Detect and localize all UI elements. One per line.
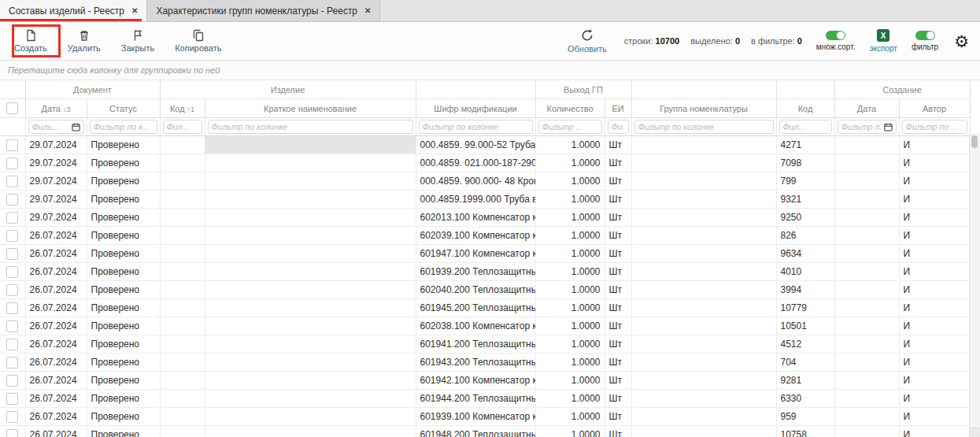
cell-author: И xyxy=(899,426,970,437)
table-row[interactable]: 29.07.2024Проверено000.4859. 021.000-187… xyxy=(0,154,970,172)
row-checkbox[interactable] xyxy=(6,248,18,260)
column-group-header[interactable] xyxy=(776,80,834,99)
table-row[interactable]: 26.07.2024Проверено602039.100 Компенсато… xyxy=(0,227,970,245)
toggle-on-icon[interactable] xyxy=(915,31,935,40)
close-register-button[interactable]: Закрыть xyxy=(121,29,154,53)
tab-sostavy-izdeliy[interactable]: Составы изделий - Реестр ✕ xyxy=(0,0,147,21)
table-row[interactable]: 26.07.2024Проверено601941.200 Теплозащит… xyxy=(0,335,970,354)
table-row[interactable]: 26.07.2024Проверено601943.200 Теплозащит… xyxy=(0,354,970,372)
cell-nom_group xyxy=(631,136,776,154)
row-checkbox[interactable] xyxy=(6,194,18,206)
column-group-header[interactable]: Выход ГП xyxy=(535,80,631,99)
create-button[interactable]: Создать xyxy=(14,29,47,53)
column-group-header[interactable] xyxy=(416,80,535,99)
table-row[interactable]: 29.07.2024Проверено000.4859.1999.000 Тру… xyxy=(0,191,970,209)
column-header-mod_cipher[interactable]: Шифр модификации xyxy=(416,99,535,118)
column-header-doc_date[interactable]: Дата↓3 xyxy=(25,99,87,118)
group-by-drop-zone[interactable]: Перетащите сюда колонку для группировки … xyxy=(0,61,980,80)
close-icon[interactable]: ✕ xyxy=(131,6,138,15)
tab-kharakteristiki-grupp[interactable]: Характеристики групп номенклатуры - Реес… xyxy=(147,0,380,21)
table-row[interactable]: 26.07.2024Проверено601942.100 Компенсато… xyxy=(0,372,970,390)
row-checkbox[interactable] xyxy=(6,375,18,387)
row-checkbox[interactable] xyxy=(6,357,18,368)
cell-item_code xyxy=(160,136,205,154)
column-group-header[interactable]: Изделие xyxy=(160,80,416,99)
filter-toggle[interactable]: фильтр xyxy=(912,31,938,51)
data-table: ДокументИзделиеВыход ГПСоздание Дата↓3Ст… xyxy=(0,80,971,437)
row-checkbox[interactable] xyxy=(6,212,18,224)
filter-input-status[interactable]: Фильтр по к... xyxy=(90,120,157,134)
cell-code: 4271 xyxy=(776,136,834,154)
calendar-icon[interactable] xyxy=(72,123,80,131)
select-all-checkbox[interactable] xyxy=(6,102,18,114)
multisort-toggle[interactable]: множ.сорт. xyxy=(816,31,856,51)
table-row[interactable]: 26.07.2024Проверено601948.200 Теплозащит… xyxy=(0,426,970,437)
table-row[interactable]: 26.07.2024Проверено601947.100 Компенсато… xyxy=(0,245,970,263)
column-group-header[interactable]: Документ xyxy=(25,80,160,99)
filter-cell-mod_cipher: Фильтр по колонке xyxy=(416,118,535,136)
column-header-nom_group[interactable]: Группа номенклатуры xyxy=(631,99,776,118)
row-checkbox[interactable] xyxy=(6,176,18,187)
cell-qty: 1.0000 xyxy=(535,227,605,245)
scrollbar-thumb[interactable] xyxy=(971,135,978,148)
row-checkbox[interactable] xyxy=(6,139,18,151)
table-row[interactable]: 29.07.2024Проверено000.4859. 900.000- 48… xyxy=(0,172,970,191)
row-checkbox[interactable] xyxy=(6,429,18,437)
table-row[interactable]: 26.07.2024Проверено602040.200 Теплозащит… xyxy=(0,281,970,299)
row-checkbox[interactable] xyxy=(6,320,18,332)
cell-qty: 1.0000 xyxy=(535,372,605,390)
cell-doc_date: 29.07.2024 xyxy=(25,209,87,227)
copy-button[interactable]: Копировать xyxy=(175,29,221,53)
filter-input-code[interactable]: Фил... xyxy=(779,120,832,134)
column-header-status[interactable]: Статус xyxy=(87,99,160,118)
table-row[interactable]: 29.07.2024Проверено000.4859. 99.000-52 Т… xyxy=(0,136,970,154)
filter-input-item_name[interactable]: Фильтр по колонке xyxy=(208,120,413,134)
excel-icon[interactable]: X xyxy=(877,29,889,42)
column-header-created_date[interactable]: Дата xyxy=(834,99,899,118)
column-group-header[interactable] xyxy=(631,80,776,99)
row-checkbox[interactable] xyxy=(6,302,18,314)
row-checkbox[interactable] xyxy=(6,266,18,278)
column-header-code[interactable]: Код xyxy=(776,99,834,118)
cell-item_code xyxy=(160,172,205,191)
column-header-unit[interactable]: ЕИ xyxy=(605,99,631,118)
cell-code: 10501 xyxy=(776,317,834,335)
cell-mod_cipher: 000.4859. 900.000- 48 Крон xyxy=(416,172,535,191)
cell-status: Проверено xyxy=(87,354,160,372)
vertical-scrollbar[interactable] xyxy=(969,133,980,437)
filter-input-doc_date[interactable]: Филь... xyxy=(28,120,84,134)
settings-gear-icon[interactable]: ⚙ xyxy=(954,33,969,50)
row-checkbox[interactable] xyxy=(6,339,18,350)
row-checkbox[interactable] xyxy=(6,411,18,423)
export-button[interactable]: X экспорт xyxy=(869,29,897,53)
filter-input-nom_group[interactable]: Фильтр по колонке xyxy=(634,120,774,134)
row-select-cell xyxy=(0,172,25,191)
row-checkbox[interactable] xyxy=(6,393,18,405)
calendar-icon[interactable] xyxy=(884,123,893,131)
filter-input-qty[interactable]: Фильтр ... xyxy=(538,120,602,134)
row-checkbox[interactable] xyxy=(6,230,18,242)
filter-input-created_date[interactable]: Фильтр п... xyxy=(838,120,897,134)
filter-input-author[interactable]: Фильтр по ... xyxy=(902,120,967,134)
column-header-item_name[interactable]: Краткое наименование xyxy=(205,99,416,118)
table-row[interactable]: 26.07.2024Проверено601939.200 Теплозащит… xyxy=(0,263,970,281)
table-row[interactable]: 26.07.2024Проверено602038.100 Компенсато… xyxy=(0,317,970,335)
toggle-on-icon[interactable] xyxy=(826,31,845,40)
filter-input-mod_cipher[interactable]: Фильтр по колонке xyxy=(419,120,533,134)
table-row[interactable]: 26.07.2024Проверено601945.200 Теплозащит… xyxy=(0,299,970,317)
column-group-header[interactable]: Создание xyxy=(834,80,970,99)
table-row[interactable]: 26.07.2024Проверено601944.200 Теплозащит… xyxy=(0,390,970,408)
filter-input-item_code[interactable]: Фил... xyxy=(163,120,202,134)
refresh-button[interactable]: Обновить xyxy=(568,28,607,54)
row-checkbox[interactable] xyxy=(6,157,18,169)
column-header-label: ЕИ xyxy=(612,104,623,113)
row-checkbox[interactable] xyxy=(6,284,18,296)
table-row[interactable]: 26.07.2024Проверено601939.100 Компенсато… xyxy=(0,408,970,426)
delete-button[interactable]: Удалить xyxy=(68,29,101,53)
close-icon[interactable]: ✕ xyxy=(364,6,371,15)
column-header-author[interactable]: Автор xyxy=(899,99,970,118)
table-row[interactable]: 29.07.2024Проверено602013.100 Компенсато… xyxy=(0,209,970,227)
column-header-qty[interactable]: Количество xyxy=(535,99,605,118)
filter-input-unit[interactable]: Фи... xyxy=(608,120,629,134)
column-header-item_code[interactable]: Код↑1 xyxy=(160,99,205,118)
